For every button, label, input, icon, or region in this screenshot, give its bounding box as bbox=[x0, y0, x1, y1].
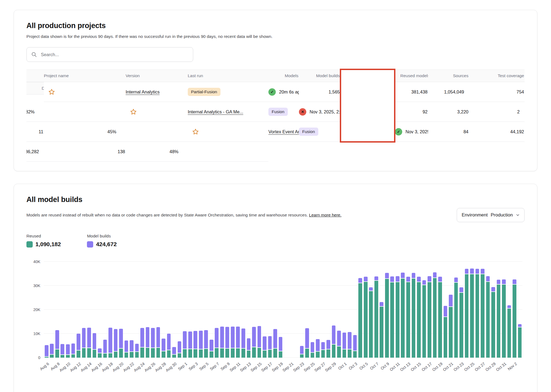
bar-slot[interactable] bbox=[342, 262, 347, 358]
bar-slot[interactable] bbox=[320, 262, 326, 358]
bar-slot[interactable] bbox=[267, 262, 273, 358]
bar-slot[interactable] bbox=[230, 262, 235, 358]
project-name-link[interactable]: Internal Analytics - GA Me... bbox=[188, 109, 243, 114]
bar-slot[interactable] bbox=[102, 262, 108, 358]
star-icon[interactable] bbox=[48, 88, 55, 96]
bar-slot[interactable] bbox=[469, 262, 475, 358]
bar-slot[interactable] bbox=[177, 262, 182, 358]
bar-slot[interactable] bbox=[289, 262, 294, 358]
bar-slot[interactable] bbox=[480, 262, 485, 358]
bar-slot[interactable] bbox=[55, 262, 60, 358]
bar-slot[interactable] bbox=[209, 262, 214, 358]
bar-slot[interactable] bbox=[299, 262, 305, 358]
bar-slot[interactable] bbox=[395, 262, 400, 358]
learn-more-link[interactable]: Learn more here. bbox=[309, 213, 341, 217]
bar-slot[interactable] bbox=[512, 262, 517, 358]
search-box[interactable] bbox=[26, 47, 193, 62]
bar-slot[interactable] bbox=[459, 262, 464, 358]
bar-slot[interactable] bbox=[161, 262, 166, 358]
bar-slot[interactable] bbox=[411, 262, 416, 358]
bar-slot[interactable] bbox=[241, 262, 246, 358]
bar-slot[interactable] bbox=[134, 262, 140, 358]
bar-slot[interactable] bbox=[214, 262, 220, 358]
bar-slot[interactable] bbox=[517, 262, 523, 358]
bar-slot[interactable] bbox=[108, 262, 113, 358]
bar-slot[interactable] bbox=[384, 262, 390, 358]
environment-select[interactable]: Environment Production bbox=[457, 208, 525, 222]
bar-slot[interactable] bbox=[150, 262, 156, 358]
bar-slot[interactable] bbox=[475, 262, 480, 358]
bar-slot[interactable] bbox=[390, 262, 395, 358]
bar-slot[interactable] bbox=[129, 262, 134, 358]
bar-slot[interactable] bbox=[76, 262, 81, 358]
bar-slot[interactable] bbox=[453, 262, 459, 358]
bar-slot[interactable] bbox=[363, 262, 368, 358]
bar-slot[interactable] bbox=[118, 262, 124, 358]
bar-slot[interactable] bbox=[182, 262, 187, 358]
bar-slot[interactable] bbox=[358, 262, 363, 358]
bar-slot[interactable] bbox=[187, 262, 193, 358]
bar-slot[interactable] bbox=[273, 262, 278, 358]
bar-slot[interactable] bbox=[347, 262, 352, 358]
search-input[interactable] bbox=[40, 52, 188, 58]
bar-slot[interactable] bbox=[246, 262, 252, 358]
bar-slot[interactable] bbox=[283, 262, 289, 358]
bar-slot[interactable] bbox=[71, 262, 76, 358]
bar-slot[interactable] bbox=[225, 262, 230, 358]
bar-slot[interactable] bbox=[113, 262, 119, 358]
table-row-favorite[interactable] bbox=[44, 82, 126, 102]
project-name-link[interactable]: Vortex Event Analytics bbox=[268, 129, 299, 134]
bar-slot[interactable] bbox=[336, 262, 342, 358]
bar-slot[interactable] bbox=[331, 262, 337, 358]
bar-slot[interactable] bbox=[304, 262, 310, 358]
bar-slot[interactable] bbox=[60, 262, 65, 358]
table-row-favorite[interactable] bbox=[188, 122, 268, 142]
bar-slot[interactable] bbox=[193, 262, 198, 358]
bar-slot[interactable] bbox=[422, 262, 427, 358]
bar-slot[interactable] bbox=[124, 262, 129, 358]
bar-slot[interactable] bbox=[44, 262, 49, 358]
bar-slot[interactable] bbox=[448, 262, 453, 358]
bar-slot[interactable] bbox=[432, 262, 438, 358]
bar-slot[interactable] bbox=[81, 262, 87, 358]
bar-slot[interactable] bbox=[171, 262, 177, 358]
bar-slot[interactable] bbox=[251, 262, 257, 358]
bar-slot[interactable] bbox=[501, 262, 507, 358]
bar-slot[interactable] bbox=[166, 262, 172, 358]
bar-slot[interactable] bbox=[368, 262, 374, 358]
star-icon[interactable] bbox=[192, 128, 199, 135]
bar-slot[interactable] bbox=[203, 262, 209, 358]
bar-slot[interactable] bbox=[374, 262, 379, 358]
bar-slot[interactable] bbox=[235, 262, 241, 358]
table-row-favorite[interactable] bbox=[126, 102, 188, 122]
bar-slot[interactable] bbox=[198, 262, 204, 358]
bar-slot[interactable] bbox=[86, 262, 92, 358]
bar-slot[interactable] bbox=[443, 262, 448, 358]
bar-slot[interactable] bbox=[140, 262, 145, 358]
bar-slot[interactable] bbox=[219, 262, 225, 358]
bar-slot[interactable] bbox=[326, 262, 331, 358]
bar-slot[interactable] bbox=[315, 262, 320, 358]
bar-slot[interactable] bbox=[485, 262, 491, 358]
bar-slot[interactable] bbox=[49, 262, 55, 358]
bar-slot[interactable] bbox=[416, 262, 422, 358]
bar-slot[interactable] bbox=[278, 262, 283, 358]
bar-slot[interactable] bbox=[262, 262, 267, 358]
bar-slot[interactable] bbox=[427, 262, 432, 358]
bar-slot[interactable] bbox=[257, 262, 262, 358]
bar-slot[interactable] bbox=[496, 262, 501, 358]
bar-slot[interactable] bbox=[145, 262, 150, 358]
bar-slot[interactable] bbox=[65, 262, 71, 358]
bar-slot[interactable] bbox=[437, 262, 443, 358]
bar-slot[interactable] bbox=[464, 262, 470, 358]
bar-slot[interactable] bbox=[156, 262, 161, 358]
bar-slot[interactable] bbox=[507, 262, 512, 358]
bar-slot[interactable] bbox=[310, 262, 315, 358]
bar-slot[interactable] bbox=[92, 262, 97, 358]
bar-slot[interactable] bbox=[97, 262, 102, 358]
bar-slot[interactable] bbox=[400, 262, 406, 358]
bar-slot[interactable] bbox=[491, 262, 496, 358]
bar-slot[interactable] bbox=[379, 262, 384, 358]
star-icon[interactable] bbox=[130, 108, 137, 116]
model-builds-chart[interactable]: 010K20K30K40K Aug 6Aug 8Aug 10Aug 12Aug … bbox=[26, 262, 525, 383]
